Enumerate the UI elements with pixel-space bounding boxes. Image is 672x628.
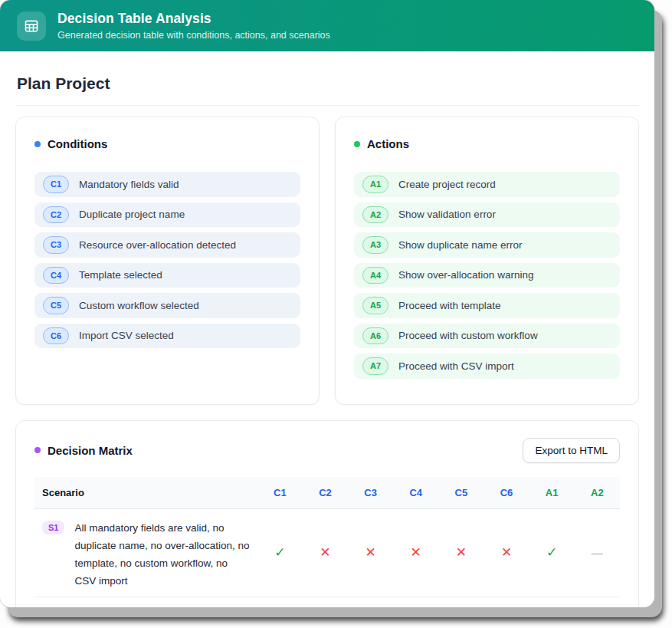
action-label: Proceed with CSV import [398,360,514,372]
matrix-column-header-a2: A2 [575,477,620,509]
actions-list: A1Create project recordA2Show validation… [354,172,620,379]
condition-badge: C6 [43,327,69,345]
matrix-value-cell: ✕ [303,508,348,597]
decision-matrix-header: Decision Matrix Export to HTML [34,438,620,463]
matrix-value-cell: — [575,508,620,597]
conditions-list: C1Mandatory fields validC2Duplicate proj… [34,172,300,348]
scenario-content: S2Mandatory fields invalid [34,604,251,607]
actions-card: Actions A1Create project recordA2Show va… [335,117,639,405]
actions-dot-icon [354,141,360,147]
actions-card-header: Actions [354,137,620,150]
action-item: A5Proceed with template [354,293,620,318]
matrix-value-cell: ✓ [575,597,620,607]
scenario-cell: S2Mandatory fields invalid [34,597,257,607]
matrix-column-header-c1: C1 [257,477,303,509]
action-badge: A5 [362,297,388,314]
matrix-column-header-c2: C2 [303,477,348,509]
condition-item: C1Mandatory fields valid [34,172,300,197]
action-badge: A2 [362,206,388,224]
matrix-dot-icon [34,447,41,453]
matrix-title: Decision Matrix [48,444,133,457]
scenario-cell: S1All mandatory fields are valid, no dup… [34,508,257,597]
matrix-value-cell: ✕ [484,597,529,607]
action-label: Proceed with template [398,300,501,311]
condition-badge: C1 [43,176,69,193]
action-label: Show over-allocation warning [398,269,533,281]
action-badge: A3 [362,236,388,254]
cross-icon: ✕ [365,545,375,560]
action-badge: A4 [362,267,388,284]
scenario-column-header: Scenario [34,477,257,509]
matrix-value-cell: ✕ [393,597,438,607]
export-to-html-button[interactable]: Export to HTML [523,438,620,463]
condition-badge: C2 [43,206,69,224]
matrix-value-cell: ✕ [438,508,484,597]
condition-item: C3Resource over-allocation detected [34,232,300,258]
matrix-value-cell: ✕ [484,508,529,597]
scenario-content: S1All mandatory fields are valid, no dup… [34,516,251,590]
decision-matrix-card: Decision Matrix Export to HTML Scenario … [15,420,639,608]
action-item: A6Proceed with custom workflow [354,324,620,349]
condition-item: C4Template selected [34,263,300,288]
matrix-column-header-c4: C4 [393,477,438,509]
condition-label: Custom workflow selected [79,300,199,311]
title-divider [15,105,639,106]
matrix-row-s2: S2Mandatory fields invalid✕✕✕✕✕✕—✓ [34,597,620,607]
matrix-column-header-c3: C3 [348,477,393,509]
matrix-value-cell: ✕ [393,508,438,597]
action-label: Show duplicate name error [398,239,522,251]
action-label: Create project record [398,179,496,190]
action-item: A7Proceed with CSV import [354,353,620,379]
matrix-value-cell: ✕ [303,597,348,607]
matrix-column-header-a1: A1 [529,477,575,509]
conditions-card-header: Conditions [34,137,300,150]
conditions-dot-icon [34,141,41,147]
matrix-header-row: Scenario C1C2C3C4C5C6A1A2 [34,477,620,509]
check-icon: ✓ [274,545,285,560]
matrix-row-s1: S1All mandatory fields are valid, no dup… [34,508,620,597]
matrix-value-cell: ✕ [348,508,393,597]
matrix-column-header-c6: C6 [484,477,529,509]
action-badge: A1 [362,176,388,193]
cross-icon: ✕ [320,545,330,560]
check-icon: ✓ [546,545,557,560]
condition-item: C2Duplicate project name [34,202,300,228]
page-title: Plan Project [17,74,638,93]
actions-title: Actions [367,137,409,150]
conditions-card: Conditions C1Mandatory fields validC2Dup… [15,117,320,405]
action-label: Show validation error [398,209,496,220]
scenario-description: All mandatory fields are valid, no dupli… [74,519,251,590]
cross-icon: ✕ [501,545,512,560]
action-label: Proceed with custom workflow [398,330,538,341]
matrix-table-head: Scenario C1C2C3C4C5C6A1A2 [34,477,620,509]
matrix-value-cell: ✓ [257,508,303,597]
action-item: A2Show validation error [354,202,620,228]
condition-label: Resource over-allocation detected [79,239,236,251]
matrix-table-body: S1All mandatory fields are valid, no dup… [34,508,620,607]
app-subtitle: Generated decision table with conditions… [57,30,330,41]
matrix-value-cell: ✕ [257,597,303,607]
app-title: Decision Table Analysis [57,11,330,27]
cross-icon: ✕ [411,545,421,560]
conditions-title: Conditions [48,137,107,150]
matrix-value-cell: ✓ [529,508,575,597]
condition-badge: C3 [43,236,69,254]
dash-icon: — [592,546,603,559]
table-grid-icon [17,12,46,41]
condition-label: Duplicate project name [79,209,185,220]
app-window: Decision Table Analysis Generated decisi… [0,0,654,607]
action-item: A3Show duplicate name error [354,232,620,258]
main-content: Plan Project Conditions C1Mandatory fiel… [0,51,654,607]
matrix-column-header-c5: C5 [438,477,484,509]
condition-label: Template selected [79,269,162,281]
cards-row: Conditions C1Mandatory fields validC2Dup… [15,117,639,405]
decision-matrix-title-group: Decision Matrix [34,444,133,457]
scenario-badge: S1 [42,521,64,534]
condition-item: C6Import CSV selected [34,324,300,349]
action-badge: A7 [362,357,388,375]
condition-label: Import CSV selected [79,330,174,341]
condition-badge: C5 [43,297,69,314]
action-badge: A6 [362,327,388,345]
matrix-value-cell: ✕ [348,597,393,607]
action-item: A1Create project record [354,172,620,197]
